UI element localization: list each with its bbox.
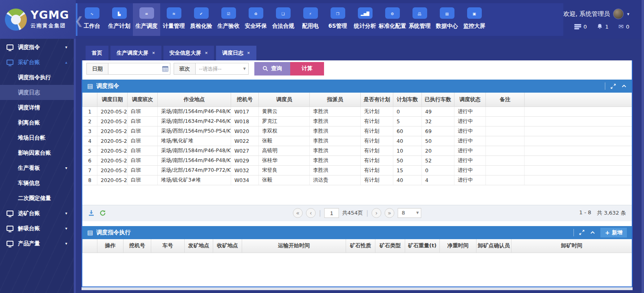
- collapse-panel-icon[interactable]: [621, 83, 627, 89]
- sidebar-item[interactable]: 调度日志: [0, 85, 74, 100]
- nav-item[interactable]: ≡ 生产调度: [133, 3, 160, 36]
- tab-close-icon[interactable]: ✕: [205, 51, 208, 55]
- table-row[interactable]: 3 2020-05-20 白班 采场/西部/1564m/P50-P54/KT52…: [83, 126, 632, 136]
- next-page-button[interactable]: ›: [371, 208, 381, 218]
- page-tab-label: 生产调度大屏: [117, 46, 148, 60]
- nav-item[interactable]: ❐ 6S管理: [324, 3, 351, 36]
- cell-shift: 白班: [128, 126, 158, 136]
- row-number: 8: [83, 175, 97, 185]
- cell-excavator-no: W027: [231, 146, 259, 155]
- page-size-select[interactable]: 8 ▼: [397, 208, 421, 218]
- calculate-button[interactable]: 计算: [290, 62, 324, 75]
- last-page-button[interactable]: »: [384, 208, 394, 218]
- welcome-text: 欢迎, 系统管理员: [563, 10, 610, 18]
- table-row[interactable]: 4 2020-05-20 白班 堆场/氧化矿堆 W022 张毅 李胜洪 有计划 …: [83, 136, 632, 146]
- table-header-row: 操作挖机号车号发矿地点收矿地点运输开始时间矿石性质矿石类型矿石重量(t)净重时间…: [83, 239, 632, 253]
- sidebar-item[interactable]: 生产看板 ▾: [0, 160, 74, 175]
- sidebar-item[interactable]: 调度指令执行: [0, 70, 74, 85]
- shift-select[interactable]: --请选择-- ▼: [196, 63, 249, 75]
- sidebar-item[interactable]: 车辆信息: [0, 175, 74, 191]
- sidebar-item[interactable]: 调度指令 ▾: [0, 40, 74, 55]
- date-input[interactable]: [108, 63, 170, 75]
- page-number-input[interactable]: [324, 208, 339, 218]
- page-tab[interactable]: 调度日志 ✕: [216, 46, 256, 60]
- table-row[interactable]: 5 2020-05-20 白班 采场/南部/1584m/P46-P48/KT52…: [83, 146, 632, 155]
- cell-status: 进行中: [454, 126, 486, 136]
- sidebar-item[interactable]: 剥离台账: [0, 115, 74, 130]
- table-row[interactable]: 2 2020-05-20 白班 采场/南部/1634m/P42-P46/KT44…: [83, 116, 632, 126]
- horizontal-scrollbar[interactable]: [82, 287, 633, 290]
- calendar-icon[interactable]: [162, 66, 168, 73]
- panel-title: 调度指令执行: [96, 229, 130, 236]
- page-tab[interactable]: 生产调度大屏 ✕: [110, 46, 161, 60]
- nav-item[interactable]: ▣ 监控大屏: [461, 3, 488, 36]
- prev-page-button[interactable]: ‹: [306, 208, 316, 218]
- expand-panel-icon[interactable]: [579, 229, 585, 235]
- page-tab[interactable]: 首页: [86, 46, 108, 60]
- nav-item[interactable]: ⚙ 标准化配置: [379, 3, 406, 36]
- collapse-panel-icon[interactable]: [590, 230, 595, 235]
- expand-panel-icon[interactable]: [610, 83, 616, 89]
- app-header: YGMG 云南黄金集团 ❮ ∿ 工作台 ▙ 生产计划 ≡ 生产调度 ≋ 计量管理: [0, 0, 644, 39]
- brand-subtitle: 云南黄金集团: [31, 22, 69, 29]
- todo-badge[interactable]: 0: [574, 24, 587, 30]
- refresh-icon[interactable]: [99, 210, 106, 216]
- nav-item[interactable]: ▂▅█ 统计分析: [351, 3, 379, 36]
- user-menu-caret-icon[interactable]: ▾: [627, 11, 629, 17]
- sidebar-collapse-icon[interactable]: ❮: [75, 15, 84, 27]
- nav-item[interactable]: ▤ 数据中心: [433, 3, 461, 36]
- export-download-icon[interactable]: [88, 210, 95, 216]
- cell-assigner: 李胜洪: [310, 165, 361, 175]
- sidebar-item-label: 二次圈定储量: [18, 195, 51, 202]
- sidebar-item[interactable]: 产品产量 ▾: [0, 236, 74, 251]
- messages-badge[interactable]: ✉ 0: [618, 23, 629, 30]
- total-pages-label: 共454页: [342, 209, 363, 217]
- sidebar-item[interactable]: 调度详情: [0, 100, 74, 115]
- notifications-badge[interactable]: 1: [597, 23, 609, 30]
- column-header: 净重时间: [440, 239, 476, 253]
- cell-dispatcher: 黄腾云: [259, 107, 310, 116]
- nav-item-icon: ∿: [85, 7, 99, 19]
- sidebar-item[interactable]: 采矿台账 ▴: [0, 55, 74, 70]
- nav-item[interactable]: ♻ 安全环保: [242, 3, 269, 36]
- nav-item[interactable]: ≋ 计量管理: [160, 3, 187, 36]
- nav-item[interactable]: ▙ 生产计划: [106, 3, 133, 36]
- cell-excavator-no: W029: [231, 155, 259, 165]
- sidebar-item[interactable]: 影响因素台账: [0, 145, 74, 160]
- nav-item[interactable]: ✔ 质检化验: [187, 3, 215, 36]
- sidebar-item[interactable]: 二次圈定储量: [0, 191, 74, 206]
- nav-item[interactable]: ❏ 合法合规: [269, 3, 297, 36]
- cell-planned-trucks: 40: [393, 136, 422, 146]
- nav-item[interactable]: ☑ 生产验收: [215, 3, 242, 36]
- add-record-button[interactable]: + 新增: [600, 228, 627, 238]
- vertical-scrollbar[interactable]: [642, 0, 644, 293]
- first-page-button[interactable]: «: [293, 208, 303, 218]
- tab-close-icon[interactable]: ✕: [247, 51, 250, 55]
- sidebar-item-caret-icon: ▾: [65, 211, 67, 215]
- nav-item[interactable]: 品 系统管理: [406, 3, 433, 36]
- cell-dispatch-date: 2020-05-20: [97, 175, 128, 185]
- table-row[interactable]: 8 2020-05-20 白班 堆场/硫化矿3#堆 W034 张毅 洪达贵 有计…: [83, 175, 632, 185]
- table-row[interactable]: 7 2020-05-20 白班 采场/北部/1674m/P70-P72/KT52…: [83, 165, 632, 175]
- row-number: 6: [83, 155, 97, 165]
- sidebar-item[interactable]: 堆场日台帐: [0, 130, 74, 145]
- nav-item-icon: ≋: [167, 7, 181, 19]
- cell-remark: [486, 136, 525, 146]
- query-button[interactable]: 查询: [254, 62, 290, 75]
- sidebar-item[interactable]: 解吸台账 ▾: [0, 221, 74, 236]
- cell-executed-trucks: 4: [422, 175, 454, 185]
- user-avatar[interactable]: [613, 9, 624, 19]
- cell-assigner: 李胜洪: [310, 136, 361, 146]
- top-nav: ∿ 工作台 ▙ 生产计划 ≡ 生产调度 ≋ 计量管理 ✔ 质检化验: [76, 3, 563, 36]
- cell-remark: [486, 146, 525, 155]
- sidebar-item[interactable]: 选矿台账 ▾: [0, 206, 74, 221]
- table-row[interactable]: 6 2020-05-20 白班 采场/南部/1564m/P46-P48/KT52…: [83, 155, 632, 165]
- cell-shift: 白班: [128, 107, 158, 116]
- sidebar-item-label: 产品产量: [18, 240, 40, 247]
- page-tab[interactable]: 安全信息大屏 ✕: [163, 46, 214, 60]
- nav-item[interactable]: ⚡ 配用电: [297, 3, 324, 36]
- list-icon: [574, 24, 581, 29]
- tab-close-icon[interactable]: ✕: [152, 51, 155, 55]
- table-row[interactable]: 1 2020-05-20 白班 采场/南部/1564m/P46-P48/KT52…: [83, 107, 632, 116]
- cell-executed-trucks: 50: [422, 136, 454, 146]
